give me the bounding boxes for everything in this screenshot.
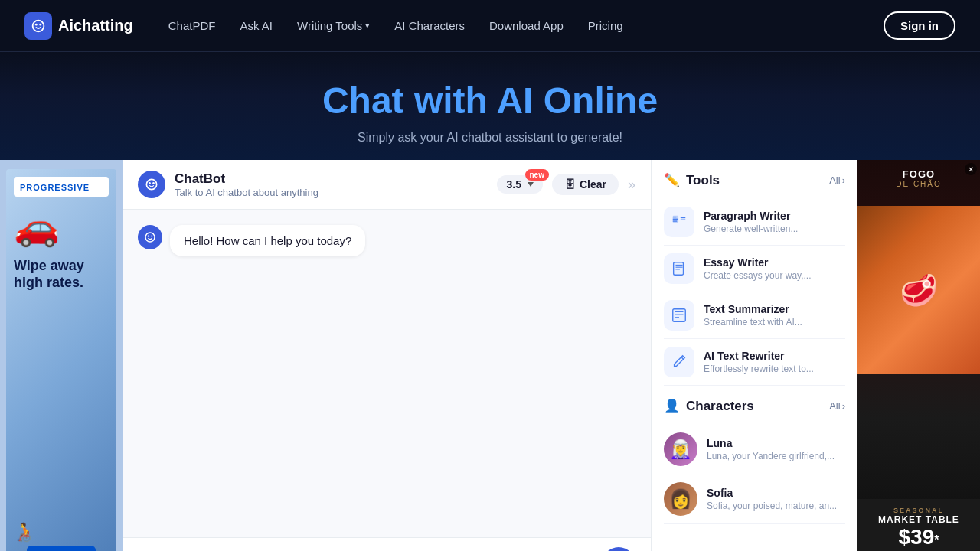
fogo-brand-1: FOGO <box>858 169 980 180</box>
characters-section: 👤 Characters All › 🧝‍♀️ Luna Luna, your … <box>664 398 845 524</box>
tools-all-link[interactable]: All › <box>829 174 845 186</box>
version-selector[interactable]: 3.5 new <box>497 175 542 194</box>
price-asterisk: * <box>934 533 939 546</box>
tool-item-ai-text-rewriter[interactable]: AI Text Rewriter Effortlessly rewrite te… <box>664 339 845 386</box>
nav-links: ChatPDF Ask AI Writing Tools ▾ AI Charac… <box>158 13 634 38</box>
chat-area: ChatBot Talk to AI chatbot about anythin… <box>122 160 651 551</box>
luna-info: Luna Luna, your Yandere girlfriend,... <box>707 437 835 461</box>
chat-header: ChatBot Talk to AI chatbot about anythin… <box>122 160 651 210</box>
chat-header-right: 3.5 new 🗄 Clear » <box>497 174 635 195</box>
version-text: 3.5 <box>506 178 521 191</box>
chatbot-name: ChatBot <box>175 171 318 187</box>
svg-point-4 <box>149 182 151 184</box>
tool-info: Text Summarizer Streamline text with AI.… <box>704 303 802 328</box>
characters-all-link[interactable]: All › <box>829 400 845 412</box>
ad-bottom-section: SEASONAL MARKET TABLE $39* BOOK NOW *Res… <box>858 499 980 551</box>
car-icon: 🚗 <box>14 206 109 249</box>
market-text: MARKET TABLE <box>864 514 974 525</box>
sofia-avatar: 👩 <box>664 482 697 516</box>
characters-section-header: 👤 Characters All › <box>664 398 845 414</box>
character-sofia[interactable]: 👩 Sofia Sofia, your poised, mature, an..… <box>664 474 845 524</box>
chat-messages: Hello! How can I help you today? <box>122 210 651 537</box>
svg-point-6 <box>145 233 155 242</box>
tools-all-chevron: › <box>842 174 845 186</box>
luna-avatar: 🧝‍♀️ <box>664 432 697 466</box>
fogo-logo: FOGO DE CHÃO <box>858 169 980 188</box>
logo-text: Aichatting <box>58 17 133 34</box>
svg-rect-17 <box>674 262 684 276</box>
clear-icon: 🗄 <box>564 178 575 191</box>
text-summarizer-icon <box>664 300 694 331</box>
ai-text-rewriter-icon <box>664 347 694 377</box>
svg-point-7 <box>148 235 149 236</box>
message-bubble: Hello! How can I help you today? <box>170 225 365 256</box>
progressive-logo: PROGRESSIVE <box>14 177 109 197</box>
message-row: Hello! How can I help you today? <box>138 225 635 256</box>
food-image: 🥩 <box>858 206 980 374</box>
ad-left-tagline: Wipe away high rates. <box>14 258 109 291</box>
chat-bot-info: ChatBot Talk to AI chatbot about anythin… <box>175 171 318 198</box>
person-icon: 🧑‍🦽 <box>12 521 35 543</box>
navbar: Aichatting ChatPDF Ask AI Writing Tools … <box>0 0 980 52</box>
progressive-brand: PROGRESSIVE <box>20 183 90 192</box>
tool-info: Paragraph Writer Generate well-written..… <box>704 210 798 234</box>
tool-info: Essay Writer Create essays your way,... <box>704 256 812 281</box>
ad-right: ✕ FOGO DE CHÃO 🥩 SEASONAL MARKET TABLE $… <box>858 160 980 551</box>
tools-section-title: ✏️ Tools <box>664 172 720 188</box>
send-button[interactable] <box>602 547 635 551</box>
seasonal-text: SEASONAL <box>864 507 974 514</box>
tools-title-icon: ✏️ <box>664 172 680 188</box>
svg-rect-21 <box>673 309 686 322</box>
essay-writer-icon <box>664 253 694 284</box>
tools-panel: ✏️ Tools All › Paragraph Writer Generate… <box>651 160 858 551</box>
chatbot-desc: Talk to AI chatbot about anything <box>175 187 318 198</box>
svg-point-5 <box>152 182 155 184</box>
chatbot-avatar <box>138 171 165 198</box>
characters-all-chevron: › <box>842 400 845 412</box>
nav-ai-characters[interactable]: AI Characters <box>384 13 475 38</box>
characters-title-icon: 👤 <box>664 398 680 414</box>
tool-item-paragraph-writer[interactable]: Paragraph Writer Generate well-written..… <box>664 199 845 246</box>
chat-header-left: ChatBot Talk to AI chatbot about anythin… <box>138 171 318 198</box>
price-value: $39 <box>899 525 935 549</box>
nav-left: Aichatting ChatPDF Ask AI Writing Tools … <box>24 12 634 40</box>
chat-input-row <box>122 537 651 551</box>
ad-left: PROGRESSIVE 🚗 Wipe away high rates. 🧑‍🦽 … <box>0 160 122 551</box>
hero-title: Chat with AI Online <box>0 80 980 122</box>
tools-section-header: ✏️ Tools All › <box>664 172 845 188</box>
svg-point-8 <box>151 235 152 236</box>
sofia-info: Sofia Sofia, your poised, mature, an... <box>707 487 837 511</box>
main-layout: PROGRESSIVE 🚗 Wipe away high rates. 🧑‍🦽 … <box>0 160 980 551</box>
tool-info: AI Text Rewriter Effortlessly rewrite te… <box>704 350 814 374</box>
ad-right-inner: ✕ FOGO DE CHÃO 🥩 SEASONAL MARKET TABLE $… <box>858 160 980 551</box>
characters-section-title: 👤 Characters <box>664 398 754 414</box>
ad-left-inner: PROGRESSIVE 🚗 Wipe away high rates. 🧑‍🦽 … <box>6 169 116 551</box>
new-badge: new <box>525 169 549 181</box>
sign-in-button[interactable]: Sign in <box>884 11 956 40</box>
clear-button[interactable]: 🗄 Clear <box>552 174 619 195</box>
message-avatar <box>138 225 162 249</box>
svg-point-2 <box>39 23 41 25</box>
tool-item-essay-writer[interactable]: Essay Writer Create essays your way,... <box>664 246 845 292</box>
hero-section: Chat with AI Online Simply ask your AI c… <box>0 52 980 160</box>
writing-tools-chevron: ▾ <box>365 21 370 31</box>
svg-point-1 <box>35 23 38 25</box>
get-quote-button[interactable]: Get a quote <box>27 546 96 551</box>
logo[interactable]: Aichatting <box>24 12 133 40</box>
svg-point-0 <box>33 20 44 31</box>
fogo-brand-2: DE CHÃO <box>858 180 980 188</box>
nav-download-app[interactable]: Download App <box>479 13 574 38</box>
svg-point-3 <box>146 179 156 189</box>
nav-writing-tools[interactable]: Writing Tools ▾ <box>286 13 381 38</box>
price-display: $39* <box>864 525 974 549</box>
logo-icon <box>24 12 52 40</box>
hero-subtitle: Simply ask your AI chatbot assistant to … <box>0 131 980 145</box>
nav-pricing[interactable]: Pricing <box>577 13 634 38</box>
version-chevron <box>528 182 534 187</box>
paragraph-writer-icon <box>664 207 694 237</box>
character-luna[interactable]: 🧝‍♀️ Luna Luna, your Yandere girlfriend,… <box>664 425 845 474</box>
nav-ask-ai[interactable]: Ask AI <box>229 13 283 38</box>
nav-arrows[interactable]: » <box>628 177 635 193</box>
tool-item-text-summarizer[interactable]: Text Summarizer Streamline text with AI.… <box>664 292 845 339</box>
nav-chatpdf[interactable]: ChatPDF <box>158 13 227 38</box>
